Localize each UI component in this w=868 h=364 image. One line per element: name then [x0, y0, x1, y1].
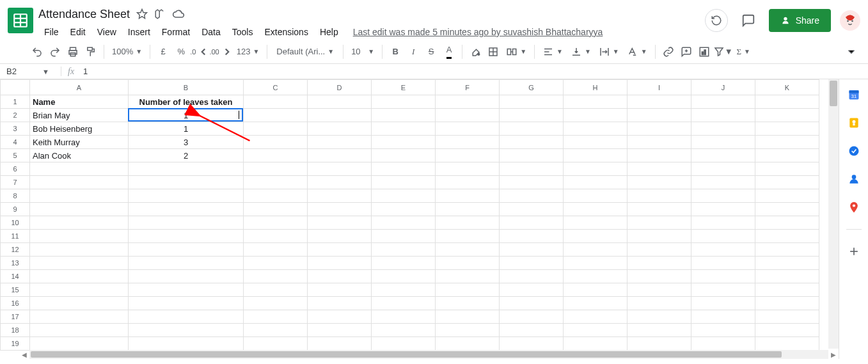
formula-bar[interactable]: 1	[81, 67, 868, 76]
menu-view[interactable]: View	[91, 24, 122, 40]
cloud-status-icon[interactable]	[172, 8, 185, 20]
cell-G13[interactable]	[500, 257, 564, 270]
print-button[interactable]	[64, 43, 82, 61]
maps-app-icon[interactable]	[848, 201, 860, 214]
cell-F6[interactable]	[436, 162, 500, 176]
cell-J16[interactable]	[691, 297, 755, 310]
cell-K7[interactable]	[755, 176, 819, 189]
filter-button[interactable]: ▼	[713, 43, 733, 61]
cell-B4[interactable]: 3	[129, 136, 244, 149]
cell-B5[interactable]: 2	[129, 149, 244, 162]
cell-G5[interactable]	[500, 149, 564, 162]
doc-title[interactable]: Attendance Sheet	[38, 8, 130, 21]
cell-I13[interactable]	[627, 257, 691, 270]
cell-G6[interactable]	[500, 162, 564, 176]
cell-J11[interactable]	[691, 230, 755, 243]
scroll-left-icon[interactable]: ◀	[19, 350, 29, 359]
cell-A5[interactable]: Alan Cook	[30, 149, 129, 162]
cell-B2[interactable]: 1	[129, 109, 244, 122]
row-header-19[interactable]: 19	[1, 337, 30, 351]
cell-I15[interactable]	[627, 283, 691, 297]
cell-I1[interactable]	[627, 95, 691, 109]
col-header-B[interactable]: B	[129, 80, 244, 95]
addons-button[interactable]	[848, 245, 860, 258]
cell-C4[interactable]	[244, 136, 308, 149]
cell-D6[interactable]	[308, 162, 372, 176]
cell-I16[interactable]	[627, 297, 691, 310]
row-header-14[interactable]: 14	[1, 270, 30, 283]
cell-F18[interactable]	[436, 324, 500, 337]
cell-B16[interactable]	[129, 297, 244, 310]
borders-button[interactable]	[484, 43, 502, 61]
cell-H15[interactable]	[564, 283, 627, 297]
cell-H17[interactable]	[564, 310, 627, 324]
cell-H11[interactable]	[564, 230, 627, 243]
cell-E9[interactable]	[372, 203, 436, 216]
cell-I17[interactable]	[627, 310, 691, 324]
cell-D11[interactable]	[308, 230, 372, 243]
percent-button[interactable]: %	[172, 43, 190, 61]
cell-J18[interactable]	[691, 324, 755, 337]
col-header-I[interactable]: I	[627, 80, 691, 95]
row-header-2[interactable]: 2	[1, 109, 30, 122]
cell-C17[interactable]	[244, 310, 308, 324]
menu-insert[interactable]: Insert	[122, 24, 156, 40]
version-history-button[interactable]	[705, 9, 728, 32]
cell-A7[interactable]	[30, 176, 129, 189]
insert-chart-button[interactable]	[695, 43, 713, 61]
cell-E12[interactable]	[372, 243, 436, 257]
zoom-dropdown[interactable]: 100%▼	[108, 43, 146, 61]
cell-K8[interactable]	[755, 189, 819, 203]
cell-E14[interactable]	[372, 270, 436, 283]
cell-C18[interactable]	[244, 324, 308, 337]
fill-color-button[interactable]	[466, 43, 484, 61]
cell-G10[interactable]	[500, 216, 564, 230]
cell-D14[interactable]	[308, 270, 372, 283]
cell-G7[interactable]	[500, 176, 564, 189]
col-header-C[interactable]: C	[244, 80, 308, 95]
cell-J15[interactable]	[691, 283, 755, 297]
col-header-A[interactable]: A	[30, 80, 129, 95]
cell-K19[interactable]	[755, 337, 819, 351]
cell-H12[interactable]	[564, 243, 627, 257]
cell-A16[interactable]	[30, 297, 129, 310]
italic-button[interactable]: I	[404, 43, 422, 61]
cell-E19[interactable]	[372, 337, 436, 351]
cell-B13[interactable]	[129, 257, 244, 270]
row-header-15[interactable]: 15	[1, 283, 30, 297]
cell-F8[interactable]	[436, 189, 500, 203]
comments-button[interactable]	[737, 9, 760, 32]
cell-K14[interactable]	[755, 270, 819, 283]
text-rotation-button[interactable]: ▼	[623, 43, 651, 61]
cell-A17[interactable]	[30, 310, 129, 324]
cell-B12[interactable]	[129, 243, 244, 257]
cell-E18[interactable]	[372, 324, 436, 337]
cell-F14[interactable]	[436, 270, 500, 283]
cell-G17[interactable]	[500, 310, 564, 324]
insert-link-button[interactable]	[659, 43, 677, 61]
cell-H19[interactable]	[564, 337, 627, 351]
cell-D2[interactable]	[308, 109, 372, 122]
cell-J9[interactable]	[691, 203, 755, 216]
contacts-app-icon[interactable]	[848, 173, 860, 186]
cell-D12[interactable]	[308, 243, 372, 257]
name-box[interactable]: ▼	[0, 67, 61, 76]
cell-K12[interactable]	[755, 243, 819, 257]
cell-A6[interactable]	[30, 162, 129, 176]
cell-A10[interactable]	[30, 216, 129, 230]
cell-H2[interactable]	[564, 109, 627, 122]
col-header-F[interactable]: F	[436, 80, 500, 95]
cell-J1[interactable]	[691, 95, 755, 109]
cell-J7[interactable]	[691, 176, 755, 189]
cell-K18[interactable]	[755, 324, 819, 337]
cell-K3[interactable]	[755, 122, 819, 136]
cell-J5[interactable]	[691, 149, 755, 162]
cell-E10[interactable]	[372, 216, 436, 230]
cell-G3[interactable]	[500, 122, 564, 136]
cell-B14[interactable]	[129, 270, 244, 283]
cell-F4[interactable]	[436, 136, 500, 149]
more-formats-dropdown[interactable]: 123▼	[233, 43, 264, 61]
cell-E4[interactable]	[372, 136, 436, 149]
cell-F10[interactable]	[436, 216, 500, 230]
cell-G2[interactable]	[500, 109, 564, 122]
